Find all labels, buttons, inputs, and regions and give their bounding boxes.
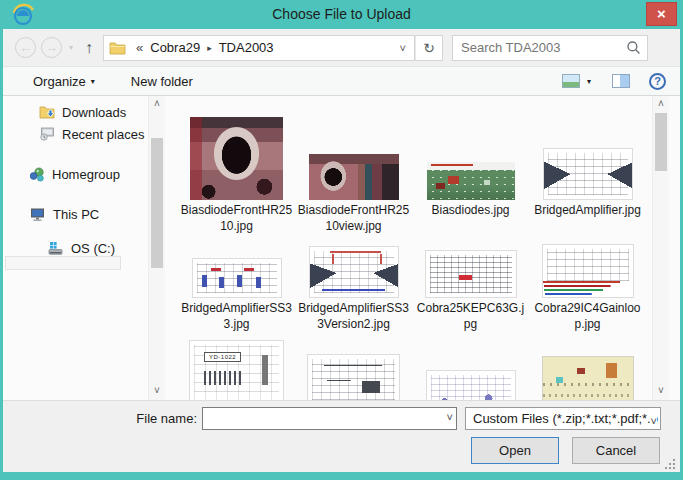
scroll-up-icon[interactable]: ˄: [149, 96, 165, 113]
command-toolbar: Organize ▾ New folder ▾ ?: [3, 66, 680, 96]
file-tile[interactable]: Cobra29IC4Gainloop.jpg: [529, 242, 646, 332]
file-name-row: File name: ˅ Custom Files (*.zip;*.txt;*…: [3, 406, 680, 430]
cancel-button[interactable]: Cancel: [572, 437, 660, 464]
organize-label: Organize: [33, 74, 86, 89]
breadcrumb-crumb-cobra29[interactable]: Cobra29: [147, 40, 203, 55]
refresh-button[interactable]: ↻: [415, 35, 443, 61]
file-name-label: BiasdiodeFrontHR2510.jpg: [180, 202, 294, 234]
forward-button[interactable]: →: [41, 37, 62, 58]
toolbar-right-group: ▾ ?: [562, 73, 666, 90]
recent-places-icon: [39, 127, 55, 141]
close-button[interactable]: ×: [646, 2, 677, 26]
file-list: BiasdiodeFrontHR2510.jpg BiasdiodeFrontH…: [165, 96, 652, 400]
drive-icon: [47, 241, 64, 256]
scroll-down-icon[interactable]: ˅: [653, 383, 669, 400]
downloads-folder-icon: [39, 105, 55, 119]
up-one-level-button[interactable]: ↑: [85, 39, 93, 57]
sidebar-item-homegroup[interactable]: Homegroup: [3, 163, 148, 185]
dialog-buttons: Open Cancel: [471, 437, 660, 464]
organize-caret-icon: ▾: [91, 77, 95, 86]
breadcrumb-separator-icon[interactable]: ▸: [203, 43, 216, 53]
file-tile[interactable]: BridgedAmplifierSS33.jpg: [178, 242, 295, 332]
sidebar-label: Recent places: [62, 127, 144, 142]
file-tile[interactable]: [295, 340, 412, 400]
folder-icon: [109, 41, 126, 55]
file-name-label: BiasdiodeFrontHR2510view.jpg: [297, 202, 411, 234]
thumbnail-zone: [178, 242, 295, 298]
file-thumbnail: [309, 246, 399, 298]
scroll-down-icon[interactable]: ˅: [149, 383, 165, 400]
organize-menu-button[interactable]: Organize ▾: [33, 74, 95, 89]
file-tile[interactable]: Cobra25KEPC63G.jpg: [412, 242, 529, 332]
sidebar-label: Homegroup: [52, 167, 120, 182]
open-button[interactable]: Open: [471, 437, 559, 464]
file-name-label: Cobra25KEPC63G.jpg: [414, 300, 528, 332]
file-list-scrollbar[interactable]: ˄ ˅: [652, 96, 669, 400]
scroll-up-icon[interactable]: ˄: [653, 96, 669, 113]
navigation-pane: Downloads Recent places: [3, 96, 148, 400]
file-type-filter-select[interactable]: Custom Files (*.zip;*.txt;*.pdf;*.p ˅: [465, 407, 661, 430]
file-name-label: BridgedAmplifierSS33Version2.jpg: [297, 300, 411, 332]
file-tile[interactable]: BiasdiodeFrontHR2510.jpg: [178, 108, 295, 234]
thumbnail-zone: [412, 340, 529, 400]
scrollbar-thumb[interactable]: [655, 113, 667, 171]
thumbnail-zone: [412, 242, 529, 298]
file-row: BiasdiodeFrontHR2510.jpg BiasdiodeFrontH…: [178, 108, 652, 234]
file-name-label: BridgedAmplifierSS33.jpg: [180, 300, 294, 332]
file-tile[interactable]: BridgedAmplifierSS33Version2.jpg: [295, 242, 412, 332]
breadcrumb-crumb-tda2003[interactable]: TDA2003: [216, 40, 277, 55]
new-folder-button[interactable]: New folder: [131, 74, 193, 89]
navigation-bar: ← → ▾ ↑ « Cobra29 ▸ TDA2003 ˅ ↻: [3, 29, 680, 66]
thumbnail-zone: [529, 340, 646, 400]
preview-pane-icon[interactable]: [612, 74, 630, 88]
file-tile[interactable]: Biasdiodes.jpg: [412, 108, 529, 234]
history-dropdown-icon[interactable]: ▾: [69, 43, 73, 52]
file-row: BridgedAmplifierSS33.jpg BridgedAmplifie…: [178, 242, 652, 332]
file-tile[interactable]: [412, 340, 529, 400]
chevron-down-icon: ˅: [651, 411, 657, 430]
thumbnail-zone: [295, 242, 412, 298]
file-thumbnail: [307, 354, 400, 400]
change-view-icon[interactable]: [562, 74, 580, 88]
file-thumbnail: [425, 250, 517, 298]
file-type-filter-value: Custom Files (*.zip;*.txt;*.pdf;*.p: [473, 411, 658, 426]
file-thumbnail: [426, 370, 516, 400]
file-upload-dialog: Choose File to Upload × ← → ▾ ↑ « Cobra2…: [0, 0, 683, 480]
this-pc-icon: [29, 207, 46, 222]
file-name-label: Cobra29IC4Gainloop.jpg: [531, 300, 645, 332]
title-bar[interactable]: Choose File to Upload ×: [0, 0, 683, 29]
file-tile[interactable]: BridgedAmplifier.jpg: [529, 108, 646, 234]
sidebar-item-downloads[interactable]: Downloads: [3, 101, 148, 123]
breadcrumb-overflow-icon[interactable]: «: [132, 40, 147, 55]
resize-grip[interactable]: [665, 458, 676, 469]
file-name-label: File name:: [136, 411, 197, 426]
dialog-footer: File name: ˅ Custom Files (*.zip;*.txt;*…: [3, 400, 680, 472]
sidebar-item-this-pc[interactable]: This PC: [3, 203, 148, 225]
address-dropdown-icon[interactable]: ˅: [396, 42, 410, 54]
file-thumbnail: [543, 148, 633, 200]
sidebar-horizontal-scrollbar[interactable]: [5, 256, 121, 270]
search-icon[interactable]: [626, 40, 641, 55]
file-name-input[interactable]: [204, 409, 440, 428]
thumbnail-zone: [295, 340, 412, 400]
file-thumbnail: [192, 258, 282, 298]
file-tile[interactable]: [529, 340, 646, 400]
back-button[interactable]: ←: [15, 37, 36, 58]
search-input[interactable]: [459, 39, 626, 56]
sidebar-scrollbar[interactable]: ˄ ˅: [148, 96, 165, 400]
sidebar-label: Downloads: [62, 105, 126, 120]
thumbnail-zone: YD-1022: [178, 340, 295, 400]
file-name-label: BridgedAmplifier.jpg: [531, 202, 645, 218]
scrollbar-thumb[interactable]: [151, 138, 163, 268]
address-bar[interactable]: « Cobra29 ▸ TDA2003 ˅: [103, 35, 415, 61]
thumbnail-zone: [178, 108, 295, 200]
chevron-down-icon[interactable]: ˅: [447, 411, 453, 423]
file-thumbnail: [309, 154, 399, 200]
change-view-caret-icon[interactable]: ▾: [587, 77, 591, 86]
file-tile[interactable]: BiasdiodeFrontHR2510view.jpg: [295, 108, 412, 234]
file-tile[interactable]: YD-1022: [178, 340, 295, 400]
sidebar-item-recent-places[interactable]: Recent places: [3, 123, 148, 145]
file-name-combobox[interactable]: ˅: [202, 407, 457, 430]
search-box[interactable]: [452, 35, 648, 61]
help-icon[interactable]: ?: [649, 73, 666, 90]
